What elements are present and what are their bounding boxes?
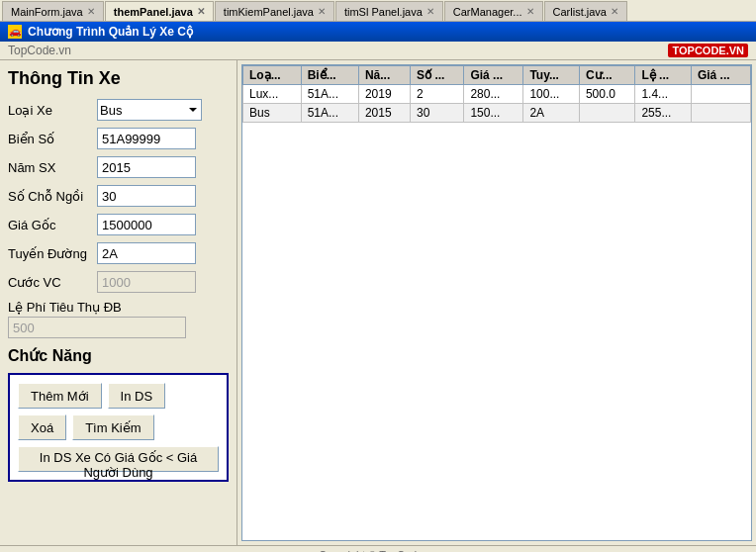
loai-xe-select[interactable]: Bus Luxury Mini (97, 99, 202, 121)
nam-sx-input[interactable] (97, 156, 196, 178)
bien-so-label: Biển Số (8, 132, 97, 146)
tab-carmanager-label: CarManager... (453, 6, 522, 18)
tab-carlist-label: Carlist.java (553, 6, 607, 18)
topcode-bar: TopCode.vn TOPCODE.VN (0, 42, 756, 60)
tab-timkiem-label: timKiemPanel.java (224, 6, 314, 18)
tab-timkiem[interactable]: timKiemPanel.java ✕ (215, 1, 334, 21)
tab-carmanager[interactable]: CarManager... ✕ (444, 1, 543, 21)
tab-thempanel-label: themPanel.java (114, 6, 193, 18)
col-loai: Loạ... (243, 66, 302, 85)
window-icon: 🚗 (8, 25, 22, 39)
gia-goc-input[interactable] (97, 214, 196, 235)
them-moi-button[interactable]: Thêm Mới (18, 383, 102, 409)
table-row[interactable]: Lux...51A...20192280...100...500.01.4... (243, 85, 751, 104)
window-title: Chương Trình Quản Lý Xe Cộ (28, 25, 193, 39)
so-cho-label: Số Chỗ Ngồi (8, 189, 97, 204)
right-panel: Loạ... Biể... Nă... Số ... Giá ... Tuy..… (237, 60, 756, 545)
cuoc-vc-row: Cước VC (8, 271, 229, 293)
tab-mainform[interactable]: MainForm.java ✕ (2, 1, 104, 21)
col-tuyen: Tuy... (523, 66, 580, 85)
tab-bar: MainForm.java ✕ themPanel.java ✕ timKiem… (0, 0, 756, 22)
table-header-row: Loạ... Biể... Nă... Số ... Giá ... Tuy..… (243, 66, 751, 85)
tab-thempanel-close[interactable]: ✕ (197, 6, 205, 17)
col-nam: Nă... (358, 66, 410, 85)
cuoc-vc-label: Cước VC (8, 275, 97, 290)
in-ds-button[interactable]: In DS (108, 383, 166, 409)
in-ds-xe-button[interactable]: In DS Xe Có Giá Gốc < Giá Người Dùng (18, 446, 219, 472)
nam-sx-label: Năm SX (8, 160, 97, 175)
col-le: Lệ ... (635, 66, 692, 85)
topcode-logo-badge: TOPCODE.VN (668, 44, 748, 57)
gia-goc-label: Giá Gốc (8, 218, 97, 232)
tab-timsl-label: timSl Panel.java (344, 6, 423, 18)
gia-goc-row: Giá Gốc (8, 214, 229, 235)
data-table: Loạ... Biể... Nă... Số ... Giá ... Tuy..… (242, 65, 751, 123)
col-cuoc: Cư... (579, 66, 635, 85)
panel-title: Thông Tin Xe (8, 68, 229, 89)
tab-carlist[interactable]: Carlist.java ✕ (544, 1, 627, 21)
col-so: Số ... (411, 66, 464, 85)
tim-kiem-button[interactable]: Tìm Kiếm (72, 414, 153, 440)
so-cho-row: Số Chỗ Ngồi (8, 185, 229, 207)
loai-xe-label: Loại Xe (8, 103, 97, 118)
tuyen-duong-label: Tuyến Đường (8, 246, 97, 261)
le-phi-label: Lệ Phí Tiêu Thụ ĐB (8, 300, 229, 315)
cuoc-vc-input (97, 271, 196, 293)
left-panel: Thông Tin Xe Loại Xe Bus Luxury Mini Biể… (0, 60, 237, 545)
tab-mainform-close[interactable]: ✕ (87, 6, 95, 17)
tuyen-duong-row: Tuyến Đường (8, 242, 229, 264)
col-bien: Biể... (301, 66, 358, 85)
topcode-watermark: TopCode.vn (8, 44, 71, 57)
chuc-nang-box: Thêm Mới In DS Xoá Tìm Kiếm In DS Xe Có … (8, 373, 229, 482)
tab-timkiem-close[interactable]: ✕ (318, 6, 326, 17)
chuc-nang-title: Chức Năng (8, 346, 229, 365)
tab-mainform-label: MainForm.java (11, 6, 83, 18)
tuyen-duong-input[interactable] (97, 242, 196, 264)
col-gia: Giá ... (464, 66, 523, 85)
so-cho-input[interactable] (97, 185, 196, 207)
main-content: Thông Tin Xe Loại Xe Bus Luxury Mini Biể… (0, 60, 756, 545)
xoa-button[interactable]: Xoá (18, 414, 66, 440)
tab-thempanel[interactable]: themPanel.java ✕ (105, 1, 214, 21)
le-phi-input (8, 317, 186, 338)
le-phi-row: Lệ Phí Tiêu Thụ ĐB (8, 300, 229, 338)
chuc-nang-section: Chức Năng Thêm Mới In DS Xoá Tìm Kiếm In… (8, 346, 229, 482)
table-row[interactable]: Bus51A...201530150...2A255... (243, 104, 751, 123)
col-gia2: Giá ... (691, 66, 750, 85)
bien-so-row: Biển Số (8, 128, 229, 149)
nam-sx-row: Năm SX (8, 156, 229, 178)
tab-carmanager-close[interactable]: ✕ (526, 6, 534, 17)
footer: Copyright © TopCode.vn (0, 545, 756, 552)
tab-timsl[interactable]: timSl Panel.java ✕ (335, 1, 443, 21)
tab-carlist-close[interactable]: ✕ (611, 6, 618, 17)
loai-xe-row: Loại Xe Bus Luxury Mini (8, 99, 229, 121)
tab-timsl-close[interactable]: ✕ (426, 6, 434, 17)
bien-so-input[interactable] (97, 128, 196, 149)
data-table-container[interactable]: Loạ... Biể... Nă... Số ... Giá ... Tuy..… (241, 64, 752, 541)
topcode-logo: TOPCODE.VN (668, 44, 748, 57)
window-titlebar: 🚗 Chương Trình Quản Lý Xe Cộ (0, 22, 756, 42)
